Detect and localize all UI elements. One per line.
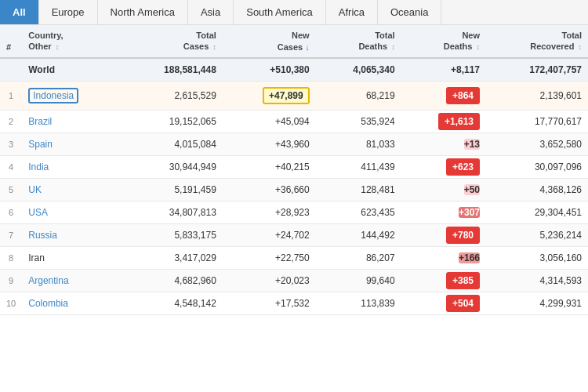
row-new-deaths: +1,613 xyxy=(401,110,486,132)
world-row: World 188,581,448 +510,380 4,065,340 +8,… xyxy=(0,58,588,82)
row-new-cases: +40,215 xyxy=(223,155,316,178)
new-cases-highlight: +47,899 xyxy=(263,87,310,104)
row-country[interactable]: Brazil xyxy=(22,110,121,132)
table-row: 9Argentina4,682,960+20,02399,640+3854,31… xyxy=(0,269,588,292)
col-header-1[interactable]: Country,Other ↕ xyxy=(22,25,121,58)
row-total-deaths: 623,435 xyxy=(316,201,401,223)
country-link[interactable]: UK xyxy=(28,184,42,195)
row-total-recovered: 30,097,096 xyxy=(486,155,588,178)
row-country[interactable]: USA xyxy=(22,201,121,223)
row-new-deaths: +166 xyxy=(401,246,486,269)
country-highlight-box[interactable]: Indonesia xyxy=(28,88,78,103)
table-row: 3Spain4,015,084+43,96081,033+133,652,580 xyxy=(0,132,588,155)
col-header-6[interactable]: TotalRecovered ↕ xyxy=(486,25,588,58)
table-row: 4India30,944,949+40,215411,439+62330,097… xyxy=(0,155,588,178)
col-header-2[interactable]: TotalCases ↕ xyxy=(121,25,223,58)
row-total-recovered: 3,652,580 xyxy=(486,132,588,155)
row-num: 4 xyxy=(0,155,22,178)
country-link[interactable]: Argentina xyxy=(28,275,68,286)
row-total-recovered: 17,770,617 xyxy=(486,110,588,132)
row-total-recovered: 4,368,126 xyxy=(486,178,588,201)
new-deaths-badge: +504 xyxy=(446,295,480,312)
country-link[interactable]: Colombia xyxy=(28,298,68,309)
row-country[interactable]: Colombia xyxy=(22,292,121,314)
world-total-deaths: 4,065,340 xyxy=(316,58,401,82)
country-link[interactable]: USA xyxy=(28,207,48,218)
tab-south-america[interactable]: South America xyxy=(234,0,326,24)
new-deaths-badge: +307 xyxy=(459,207,480,218)
col-header-0[interactable]: # xyxy=(0,25,22,58)
world-num xyxy=(0,58,22,82)
new-deaths-badge: +780 xyxy=(446,227,480,244)
row-country[interactable]: Spain xyxy=(22,132,121,155)
row-num: 3 xyxy=(0,132,22,155)
row-country[interactable]: India xyxy=(22,155,121,178)
row-total-deaths: 535,924 xyxy=(316,110,401,132)
country-link[interactable]: Indonesia xyxy=(33,90,74,101)
table-row: 7Russia5,833,175+24,702144,492+7805,236,… xyxy=(0,223,588,246)
row-total-cases: 4,682,960 xyxy=(121,269,223,292)
world-total-cases: 188,581,448 xyxy=(121,58,223,82)
world-new-deaths: +8,117 xyxy=(401,58,486,82)
tab-europe[interactable]: Europe xyxy=(39,0,98,24)
row-new-cases: +20,023 xyxy=(223,269,316,292)
row-new-cases: +24,702 xyxy=(223,223,316,246)
row-total-cases: 5,191,459 xyxy=(121,178,223,201)
row-total-cases: 19,152,065 xyxy=(121,110,223,132)
row-num: 5 xyxy=(0,178,22,201)
col-header-3[interactable]: NewCases ↓ xyxy=(223,25,316,58)
row-new-cases: +17,532 xyxy=(223,292,316,314)
row-new-cases: +36,660 xyxy=(223,178,316,201)
row-new-cases: +45,094 xyxy=(223,110,316,132)
row-num: 9 xyxy=(0,269,22,292)
col-header-5[interactable]: NewDeaths ↕ xyxy=(401,25,486,58)
row-num: 2 xyxy=(0,110,22,132)
row-total-deaths: 68,219 xyxy=(316,81,401,110)
world-total-recovered: 172,407,757 xyxy=(486,58,588,82)
tabs-container: AllEuropeNorth AmericaAsiaSouth AmericaA… xyxy=(0,0,588,25)
row-new-deaths: +13 xyxy=(401,132,486,155)
row-total-recovered: 2,139,601 xyxy=(486,81,588,110)
row-country[interactable]: Argentina xyxy=(22,269,121,292)
country-link[interactable]: India xyxy=(28,162,49,172)
country-link[interactable]: Brazil xyxy=(28,116,52,127)
row-new-cases: +22,750 xyxy=(223,246,316,269)
country-link[interactable]: Spain xyxy=(28,139,53,150)
tab-north-america[interactable]: North America xyxy=(98,0,188,24)
world-country: World xyxy=(22,58,121,82)
row-new-deaths: +623 xyxy=(401,155,486,178)
row-total-deaths: 86,207 xyxy=(316,246,401,269)
row-total-cases: 4,548,142 xyxy=(121,292,223,314)
new-deaths-badge: +864 xyxy=(446,87,480,104)
row-new-deaths: +864 xyxy=(401,81,486,110)
tab-africa[interactable]: Africa xyxy=(326,0,378,24)
country-link[interactable]: Russia xyxy=(28,230,57,241)
tab-all[interactable]: All xyxy=(0,0,39,24)
row-total-deaths: 99,640 xyxy=(316,269,401,292)
row-country[interactable]: Russia xyxy=(22,223,121,246)
row-total-deaths: 113,839 xyxy=(316,292,401,314)
row-new-deaths: +780 xyxy=(401,223,486,246)
col-header-4[interactable]: TotalDeaths ↕ xyxy=(316,25,401,58)
row-new-deaths: +50 xyxy=(401,178,486,201)
tab-oceania[interactable]: Oceania xyxy=(378,0,441,24)
table-row: 1Indonesia2,615,529+47,89968,219+8642,13… xyxy=(0,81,588,110)
table-row: 6USA34,807,813+28,923623,435+30729,304,4… xyxy=(0,201,588,223)
row-new-cases: +43,960 xyxy=(223,132,316,155)
row-total-recovered: 29,304,451 xyxy=(486,201,588,223)
row-total-recovered: 3,056,160 xyxy=(486,246,588,269)
row-country[interactable]: UK xyxy=(22,178,121,201)
header-row: #Country,Other ↕TotalCases ↕NewCases ↓To… xyxy=(0,25,588,58)
table-row: 8Iran3,417,029+22,75086,207+1663,056,160 xyxy=(0,246,588,269)
tab-asia[interactable]: Asia xyxy=(188,0,234,24)
covid-table: #Country,Other ↕TotalCases ↕NewCases ↓To… xyxy=(0,25,588,315)
row-country[interactable]: Indonesia xyxy=(22,81,121,110)
tab-bar: AllEuropeNorth AmericaAsiaSouth AmericaA… xyxy=(0,0,588,25)
row-total-deaths: 144,492 xyxy=(316,223,401,246)
row-new-deaths: +504 xyxy=(401,292,486,314)
row-total-recovered: 5,236,214 xyxy=(486,223,588,246)
table-body: World 188,581,448 +510,380 4,065,340 +8,… xyxy=(0,58,588,315)
table-row: 10Colombia4,548,142+17,532113,839+5044,2… xyxy=(0,292,588,314)
row-new-cases: +47,899 xyxy=(223,81,316,110)
row-total-cases: 4,015,084 xyxy=(121,132,223,155)
